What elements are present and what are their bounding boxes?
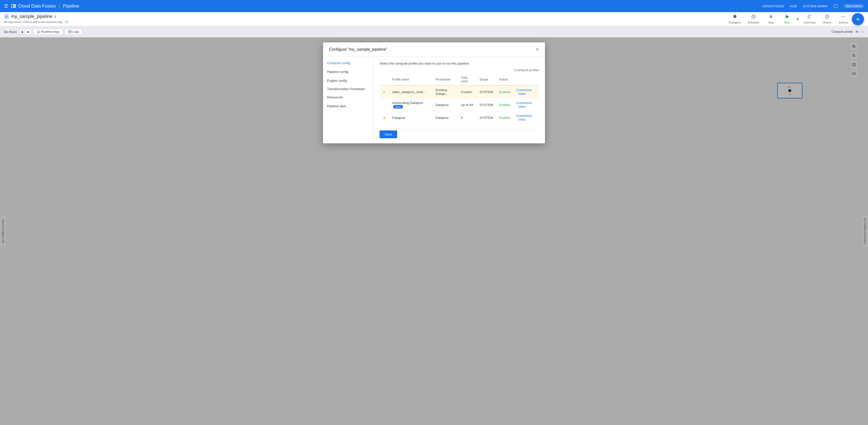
runtime-args-btn[interactable]: i Runtime Args: [34, 29, 63, 35]
nav-prev-btn[interactable]: ◀: [19, 29, 25, 35]
nav-pipeline-alert[interactable]: Pipeline alert: [323, 102, 373, 111]
table-row[interactable]: ✓ static_dataproc_clust... Existing Data…: [379, 85, 539, 98]
scope-cell: SYSTEM: [476, 85, 496, 98]
brand-logo: [11, 3, 16, 8]
view-btn-2[interactable]: View: [518, 118, 525, 121]
pipeline-tag-add-btn[interactable]: +: [64, 20, 69, 24]
modal-header: Configure "my_sample_pipeline" ×: [323, 42, 545, 57]
pipeline-bar: my_sample_pipeline ℹ No tags found. Clic…: [0, 12, 868, 26]
row-icon-cell: ★: [379, 111, 389, 124]
col-header-provisioner: Provisioner: [433, 74, 458, 85]
modal-footer: Save: [379, 130, 539, 138]
provisioner-cell: Existing Datapr...: [433, 85, 458, 98]
nav-next-btn[interactable]: ▶: [26, 29, 32, 35]
table-row[interactable]: ★ Dataproc Dataproc 4 SYSTEM Enabled Cus…: [379, 111, 539, 124]
svg-rect-2: [14, 5, 16, 6]
nav-pipeline-config[interactable]: Pipeline config: [323, 67, 373, 76]
cores-cell: Up to 84: [458, 98, 476, 111]
nav-compute-config[interactable]: Compute config: [323, 59, 373, 67]
run-dropdown-btn[interactable]: ▾: [796, 16, 800, 23]
configure-icon: [732, 14, 737, 21]
modal-body: Compute config Pipeline config Engine co…: [323, 57, 545, 143]
actions-label: Actions: [839, 21, 848, 24]
pipeline-file-icon: [4, 14, 9, 19]
row-icon-cell: [379, 98, 389, 111]
configure-button[interactable]: Configure: [725, 13, 744, 25]
svg-text:i: i: [38, 31, 39, 33]
brand-separator: |: [59, 3, 60, 9]
schedule-button[interactable]: Schedule: [745, 13, 762, 25]
runtime-args-icon: i: [37, 30, 40, 34]
schedule-label: Schedule: [748, 21, 759, 24]
nav-operations[interactable]: OPERATIONS: [762, 4, 783, 8]
pipeline-name: my_sample_pipeline: [11, 14, 53, 19]
pipeline-label: Pipeline: [63, 3, 79, 9]
history-icon: [825, 14, 830, 21]
svg-rect-1: [12, 5, 13, 7]
configure-modal: Configure "my_sample_pipeline" × Compute…: [323, 42, 545, 143]
nav-system-admin[interactable]: SYSTEM ADMIN: [803, 4, 828, 8]
status-badge: Enabled: [499, 116, 510, 120]
toolbar-actions: Configure Schedule Stop Run ▾: [725, 13, 864, 25]
menu-icon[interactable]: ☰: [4, 3, 8, 9]
brand-title: Cloud Data Fusion | Pipeline: [11, 3, 79, 9]
col-header-scope: Scope: [476, 74, 496, 85]
status-cell: Enabled: [496, 111, 513, 124]
summary-button[interactable]: Summary: [801, 13, 818, 25]
cores-cell: 4: [458, 111, 476, 124]
modal-title: Configure "my_sample_pipeline": [329, 47, 388, 52]
stop-label: Stop: [768, 21, 774, 24]
run-button[interactable]: Run: [779, 13, 795, 25]
network-icon[interactable]: ⬡: [833, 3, 838, 9]
col-header-status: Status: [496, 74, 513, 85]
svg-rect-3: [14, 7, 16, 7]
modal-close-btn[interactable]: ×: [536, 47, 539, 52]
nav-arrows: ◀ ▶: [19, 29, 32, 35]
svg-marker-10: [786, 15, 789, 19]
svg-point-12: [841, 17, 842, 17]
compute-profile-value: —: [861, 30, 864, 34]
summary-label: Summary: [804, 21, 815, 24]
profile-name-cell: Autoscaling Dataproc Auto: [389, 98, 433, 111]
actions-button[interactable]: Actions: [836, 13, 851, 25]
compute-profile-area: Compute profile —: [831, 30, 864, 34]
modal-overlay: Configure "my_sample_pipeline" × Compute…: [0, 37, 868, 425]
fab-add-button[interactable]: +: [852, 13, 864, 25]
cloud-icon: [855, 30, 859, 34]
modal-description: Select the compute profile you want to u…: [379, 62, 539, 65]
table-row[interactable]: Autoscaling Dataproc Auto Dataproc Up to…: [379, 98, 539, 111]
star-icon: ★: [382, 116, 386, 120]
profiles-table: Profile name Provisioner Total cores Sco…: [379, 74, 539, 124]
brand-name: Cloud Data Fusion: [18, 3, 56, 9]
nav-engine-config[interactable]: Engine config: [323, 76, 373, 85]
stop-button[interactable]: Stop: [763, 13, 778, 25]
view-btn-0[interactable]: View: [518, 92, 525, 96]
pipeline-info-icon[interactable]: ℹ: [55, 15, 56, 19]
configure-label: Configure: [728, 21, 741, 24]
nav-hub[interactable]: HUB: [790, 4, 797, 8]
run-label: Run: [784, 21, 789, 24]
edition-label: Basic Edition: [844, 4, 864, 8]
col-header-actions: [513, 74, 539, 85]
logs-btn[interactable]: Logs: [65, 29, 83, 35]
nav-resources[interactable]: Resources: [323, 93, 373, 102]
col-header-icon: [379, 74, 389, 85]
sub-bar: No Runs ◀ ▶ i Runtime Args Logs Compute …: [0, 26, 868, 37]
pipeline-tag-text: No tags found. Click to add a new busine…: [4, 21, 63, 24]
status-badge: Enabled: [499, 103, 510, 107]
svg-point-14: [844, 17, 845, 17]
nav-transformation-pushdown[interactable]: Transformation Pushdown: [323, 85, 373, 93]
customize-btn-2[interactable]: Customize: [516, 114, 532, 118]
view-btn-1[interactable]: View: [518, 105, 525, 109]
history-button[interactable]: History: [819, 13, 835, 25]
col-header-profile-name: Profile name: [389, 74, 433, 85]
stop-icon: [768, 14, 773, 21]
scope-cell: SYSTEM: [476, 111, 496, 124]
save-button[interactable]: Save: [379, 131, 397, 138]
customize-btn-0[interactable]: Customize: [516, 88, 532, 92]
status-badge: Enabled: [499, 90, 510, 94]
check-icon: ✓: [382, 90, 386, 94]
summary-icon: [807, 14, 812, 21]
customize-btn-1[interactable]: Customize: [516, 101, 532, 105]
main-canvas: Inbound triggers (0) Outbound triggers (…: [0, 37, 868, 425]
